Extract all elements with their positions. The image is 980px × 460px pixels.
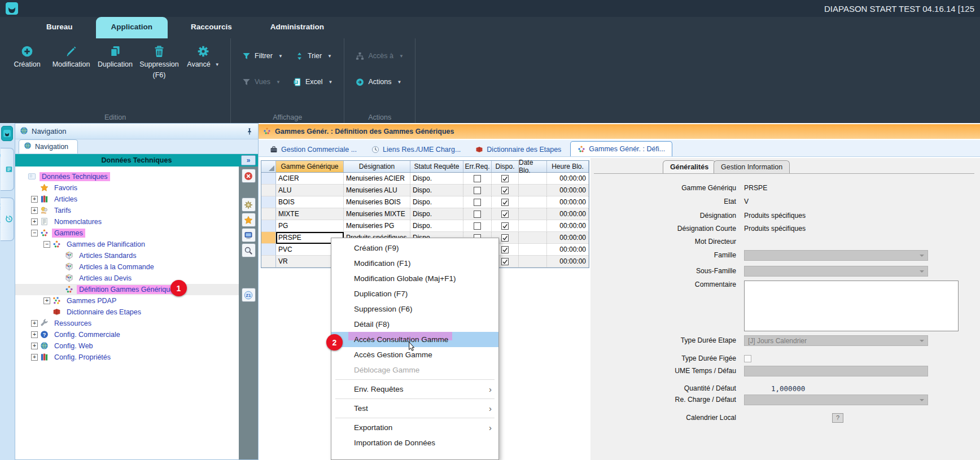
- row-selector[interactable]: [261, 220, 276, 232]
- cell-heure-blo[interactable]: 00:00:00: [547, 173, 589, 185]
- favorites-button[interactable]: [242, 213, 256, 227]
- tree-item-dictionnaire-des-etapes[interactable]: Dictionnaire des Etapes: [15, 306, 239, 318]
- ribbon-tab-administration[interactable]: Administration: [255, 17, 339, 38]
- checkbox-checked[interactable]: [501, 175, 509, 182]
- tree-expander[interactable]: +: [31, 354, 38, 361]
- cell-heure-blo[interactable]: 00:00:00: [547, 185, 589, 196]
- tree-item-articles-a-la-commande[interactable]: Articles à la Commande: [15, 261, 239, 273]
- doc-tab-gammes-gener-defi[interactable]: Gammes Génér. : Défi...: [570, 141, 672, 156]
- actions-button[interactable]: Actions▼: [351, 75, 406, 89]
- column-header-heure-blo[interactable]: Heure Blo.: [547, 161, 589, 173]
- row-selector[interactable]: [261, 232, 276, 244]
- tab-navigation[interactable]: Navigation: [19, 139, 78, 154]
- checkbox[interactable]: [474, 199, 481, 206]
- checkbox[interactable]: [474, 175, 481, 182]
- calendrier-local-help-button[interactable]: ?: [832, 413, 843, 423]
- menu-item-duplication-f7[interactable]: Duplication (F7): [331, 286, 498, 301]
- cell-heure-blo[interactable]: 00:00:00: [547, 196, 589, 208]
- famille-select[interactable]: [744, 250, 928, 261]
- cell-gamme[interactable]: ACIER: [276, 173, 344, 185]
- column-header-err-req[interactable]: Err.Req.: [463, 161, 492, 173]
- tree-expander[interactable]: +: [31, 207, 38, 214]
- filtrer-button[interactable]: Filtrer▼: [238, 49, 287, 63]
- cell-designation[interactable]: Menuiseries ALU: [344, 185, 410, 196]
- cell-date-blo[interactable]: [519, 185, 547, 196]
- tree-expander[interactable]: +: [31, 218, 38, 225]
- doc-tab-gestion-commerciale[interactable]: Gestion Commerciale ...: [264, 143, 362, 156]
- tree-expander[interactable]: −: [43, 241, 50, 248]
- tree-item-config-web[interactable]: + Config. Web: [15, 340, 239, 352]
- duplication-button[interactable]: Duplication: [95, 38, 135, 79]
- menu-item-modification-globale-maj-f1[interactable]: Modification Globale (Maj+F1): [331, 271, 498, 286]
- search-button[interactable]: [242, 243, 256, 257]
- column-header-gamme-generique[interactable]: Gamme Générique: [276, 161, 344, 173]
- row-selector[interactable]: [261, 256, 276, 268]
- ribbon-tab-bureau[interactable]: Bureau: [31, 17, 88, 38]
- table-row[interactable]: BOIS Menuiseries BOIS Dispo. 00:00:00: [261, 196, 589, 208]
- type-duree-etape-select[interactable]: [J] Jours Calendrier: [744, 335, 928, 346]
- checkbox-checked[interactable]: [501, 222, 509, 230]
- doc-tab-dictionnaire-des-etapes[interactable]: Dictionnaire des Etapes: [470, 143, 567, 156]
- cell-date-blo[interactable]: [519, 256, 547, 268]
- cell-designation[interactable]: Menuiseries MIXTE: [344, 208, 410, 220]
- cell-heure-blo[interactable]: 00:00:00: [547, 244, 589, 256]
- row-selector[interactable]: [261, 185, 276, 196]
- row-selector[interactable]: [261, 173, 276, 185]
- table-row[interactable]: PG Menuiseries PG Dispo. 00:00:00: [261, 220, 589, 232]
- cell-statut[interactable]: Dispo.: [410, 173, 463, 185]
- side-tab-panneaux[interactable]: Panneaux: [1, 148, 14, 191]
- select-all-header[interactable]: [261, 161, 276, 173]
- trier-button[interactable]: Trier▼: [291, 49, 336, 63]
- commentaire-textarea[interactable]: [744, 281, 959, 331]
- tree-expander[interactable]: +: [31, 196, 38, 203]
- detail-tab-generalites[interactable]: Généralités: [663, 160, 716, 173]
- type-duree-figee-checkbox[interactable]: [744, 355, 751, 362]
- cell-date-blo[interactable]: [519, 173, 547, 185]
- cell-heure-blo[interactable]: 00:00:00: [547, 256, 589, 268]
- menu-item-exportation[interactable]: Exportation›: [331, 420, 498, 435]
- tree-item-config-commerciale[interactable]: +? Config. Commerciale: [15, 329, 239, 340]
- checkbox[interactable]: [474, 222, 481, 230]
- tree-item-favoris[interactable]: Favoris: [15, 182, 239, 194]
- cell-heure-blo[interactable]: 00:00:00: [547, 232, 589, 244]
- cell-gamme[interactable]: BOIS: [276, 196, 344, 208]
- suppression-button[interactable]: Suppression(F6): [139, 38, 180, 79]
- column-header-statut-requete[interactable]: Statut Requête: [410, 161, 463, 173]
- checkbox-checked[interactable]: [501, 187, 509, 194]
- cell-heure-blo[interactable]: 00:00:00: [547, 220, 589, 232]
- tree-expander[interactable]: +: [31, 343, 38, 349]
- tree-item-articles-standards[interactable]: Articles Standards: [15, 250, 239, 261]
- checkbox-checked[interactable]: [501, 258, 509, 265]
- doc-tab-liens-res-ume-charg[interactable]: Liens Res./UME Charg...: [366, 143, 466, 156]
- menu-item-test[interactable]: Test›: [331, 401, 498, 416]
- settings-button[interactable]: [242, 198, 256, 212]
- modification-button[interactable]: Modification: [51, 38, 91, 79]
- row-selector[interactable]: [261, 244, 276, 256]
- collapse-panel-button[interactable]: [1, 126, 13, 141]
- cell-designation[interactable]: Menuiseries ACIER: [344, 173, 410, 185]
- tree-item-articles[interactable]: + Articles: [15, 194, 239, 205]
- tree-item-tarifs[interactable]: + Tarifs: [15, 205, 239, 216]
- expand-panel-button[interactable]: »: [241, 155, 256, 165]
- tree-expander[interactable]: +: [31, 331, 38, 338]
- menu-item-env-requetes[interactable]: Env. Requêtes›: [331, 382, 498, 397]
- cell-date-blo[interactable]: [519, 208, 547, 220]
- ribbon-tab-raccourcis[interactable]: Raccourcis: [176, 17, 247, 38]
- menu-item-detail-f8[interactable]: Détail (F8): [331, 317, 498, 332]
- tree-item-config-proprietes[interactable]: + Config. Propriétés: [15, 352, 239, 363]
- cell-date-blo[interactable]: [519, 220, 547, 232]
- cell-gamme[interactable]: MIXTE: [276, 208, 344, 220]
- checkbox-checked[interactable]: [501, 234, 509, 242]
- column-header-date-blo[interactable]: Date Blo.: [519, 161, 547, 173]
- cell-date-blo[interactable]: [519, 244, 547, 256]
- zoom-button[interactable]: Z1: [242, 288, 256, 302]
- tree-item-ressources[interactable]: + Ressources: [15, 318, 239, 329]
- cell-statut[interactable]: Dispo.: [410, 208, 463, 220]
- checkbox-checked[interactable]: [501, 211, 509, 218]
- side-tab-historique[interactable]: Historique: [1, 198, 14, 240]
- tree-expander[interactable]: +: [31, 320, 38, 327]
- pin-icon[interactable]: [246, 128, 253, 135]
- table-row[interactable]: MIXTE Menuiseries MIXTE Dispo. 00:00:00: [261, 208, 589, 220]
- column-header-dispo[interactable]: Dispo.: [492, 161, 519, 173]
- tree-item-nomenclatures[interactable]: + Nomenclatures: [15, 216, 239, 227]
